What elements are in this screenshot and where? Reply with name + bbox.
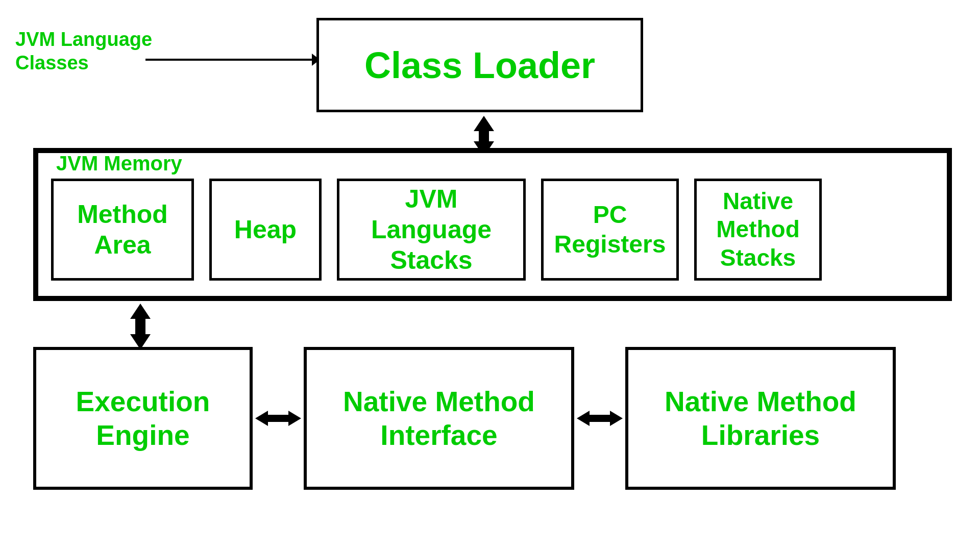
method-area-label: MethodArea	[77, 199, 168, 260]
jvm-memory-label: JVM Memory	[56, 152, 182, 175]
diagram-container: JVM LanguageClasses Class Loader JVM Mem…	[0, 0, 980, 551]
svg-marker-3	[130, 319, 151, 349]
jvm-language-classes-label: JVM LanguageClasses	[15, 28, 152, 74]
jvm-language-stacks-box: JVM LanguageStacks	[337, 179, 526, 281]
class-loader-box: Class Loader	[316, 18, 643, 112]
method-area-box: MethodArea	[51, 179, 194, 281]
native-method-libraries-box: Native MethodLibraries	[625, 347, 896, 490]
native-method-interface-label: Native MethodInterface	[343, 385, 535, 452]
bidir-arrow-exec-nmi	[253, 347, 304, 490]
native-method-stacks-box: NativeMethodStacks	[694, 179, 822, 281]
label-to-loader-arrow	[145, 59, 314, 61]
jvm-language-stacks-label: JVM LanguageStacks	[347, 184, 516, 276]
memory-boxes-row: MethodArea Heap JVM LanguageStacks PCReg…	[51, 179, 822, 281]
class-loader-label: Class Loader	[364, 44, 595, 86]
pc-registers-label: PCRegisters	[554, 200, 666, 259]
heap-label: Heap	[234, 214, 297, 245]
heap-box: Heap	[209, 179, 322, 281]
pc-registers-box: PCRegisters	[541, 179, 679, 281]
native-method-interface-box: Native MethodInterface	[304, 347, 574, 490]
native-method-libraries-label: Native MethodLibraries	[665, 385, 856, 452]
bidir-arrow-nmi-nml	[574, 347, 625, 490]
svg-marker-5	[577, 411, 623, 426]
execution-engine-box: ExecutionEngine	[33, 347, 253, 490]
vertical-arrow-bottom	[125, 301, 156, 352]
execution-engine-label: ExecutionEngine	[76, 385, 210, 452]
svg-marker-4	[255, 411, 301, 426]
bottom-row: ExecutionEngine Native MethodInterface N…	[33, 347, 896, 490]
native-method-stacks-label: NativeMethodStacks	[716, 187, 800, 272]
